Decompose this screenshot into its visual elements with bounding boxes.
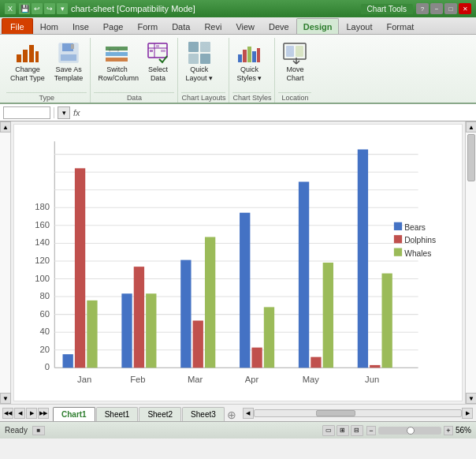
zoom-area: − + 56%	[366, 426, 471, 435]
sheet-tab-sheet1[interactable]: Sheet1	[96, 407, 139, 421]
svg-rect-80	[394, 235, 402, 243]
svg-rect-62	[180, 260, 191, 368]
svg-text:140: 140	[35, 237, 50, 247]
tab-layout[interactable]: Layout	[339, 18, 379, 34]
window-controls: ? − □ ✕	[416, 3, 471, 14]
zoom-slider[interactable]	[378, 427, 441, 435]
svg-rect-0	[17, 54, 21, 62]
tab-design[interactable]: Design	[296, 18, 340, 34]
tab-first-btn[interactable]: ◀◀	[2, 408, 13, 419]
close-btn[interactable]: ✕	[459, 3, 471, 14]
redo-icon[interactable]: ↪	[44, 3, 55, 14]
app-window: X 💾 ↩ ↪ ▾ chart-sheet [Compatibility Mod…	[0, 0, 476, 459]
svg-text:80: 80	[40, 291, 50, 300]
zoom-in-btn[interactable]: +	[444, 426, 453, 435]
tab-home[interactable]: Hom	[33, 18, 65, 34]
zoom-out-btn[interactable]: −	[366, 426, 376, 435]
ribbon-group-location: MoveChart Location	[275, 38, 314, 103]
move-chart-button[interactable]: MoveChart	[278, 38, 311, 85]
type-group-label: Type	[6, 92, 87, 103]
hor-scroll-right-btn[interactable]: ▶	[462, 408, 473, 419]
tab-view[interactable]: View	[229, 18, 262, 34]
svg-rect-59	[134, 267, 144, 368]
chart-container: 0 20 40 60 80 100 120 140 160 180	[13, 124, 463, 401]
save-quick-icon[interactable]: 💾	[19, 3, 30, 14]
svg-rect-18	[200, 42, 210, 52]
svg-text:Bears: Bears	[404, 223, 426, 232]
undo-icon[interactable]: ↩	[32, 3, 43, 14]
normal-view-btn[interactable]: ▭	[322, 425, 335, 436]
svg-rect-75	[370, 365, 380, 368]
scroll-top-btn[interactable]: ▲	[466, 121, 476, 132]
name-box[interactable]	[3, 106, 50, 119]
ribbon-group-type: ChangeChart Type Save AsTemplate Type	[3, 38, 91, 103]
scroll-down-btn[interactable]: ▼	[0, 393, 11, 404]
save-as-template-button[interactable]: Save AsTemplate	[50, 38, 87, 85]
tab-page[interactable]: Page	[96, 18, 131, 34]
svg-rect-78	[394, 222, 402, 230]
svg-text:20: 20	[40, 345, 50, 354]
formula-dropdown-btn[interactable]: ▾	[58, 106, 70, 119]
help-btn[interactable]: ?	[416, 3, 429, 14]
customize-icon[interactable]: ▾	[57, 3, 68, 14]
tab-prev-btn[interactable]: ◀	[14, 408, 25, 419]
sheet-tabs: Chart1 Sheet1 Sheet2 Sheet3 ⊕	[51, 405, 240, 421]
svg-rect-70	[299, 181, 309, 368]
page-break-btn[interactable]: ⊟	[351, 425, 363, 436]
macro-recorder-btn[interactable]: ■	[32, 426, 45, 435]
sheet-tab-chart1[interactable]: Chart1	[53, 407, 95, 421]
tab-last-btn[interactable]: ▶▶	[38, 408, 49, 419]
right-scroll-thumb[interactable]	[467, 134, 475, 181]
svg-rect-54	[63, 354, 73, 368]
window-title: chart-sheet [Compatibility Mode]	[71, 4, 195, 13]
add-sheet-btn[interactable]: ⊕	[225, 409, 238, 421]
change-chart-type-button[interactable]: ChangeChart Type	[6, 38, 49, 85]
quick-styles-button[interactable]: QuickStyles ▾	[232, 38, 266, 85]
scroll-up-btn[interactable]: ▲	[0, 121, 11, 132]
svg-text:Jan: Jan	[77, 375, 91, 384]
svg-text:May: May	[303, 375, 320, 384]
minimize-btn[interactable]: −	[430, 3, 443, 14]
tab-data[interactable]: Data	[165, 18, 197, 34]
svg-rect-72	[323, 263, 333, 368]
ribbon-group-chart-styles: QuickStyles ▾ Chart Styles	[229, 38, 275, 103]
svg-rect-74	[358, 149, 368, 368]
zoom-thumb	[407, 427, 415, 435]
move-chart-label: MoveChart	[286, 65, 303, 83]
svg-rect-10	[106, 58, 128, 62]
hor-scroll-thumb[interactable]	[316, 410, 355, 416]
tab-insert[interactable]: Inse	[65, 18, 96, 34]
maximize-btn[interactable]: □	[444, 3, 457, 14]
svg-rect-14	[150, 50, 153, 52]
switch-row-column-button[interactable]: SwitchRow/Column	[94, 38, 139, 85]
svg-rect-76	[381, 274, 392, 368]
tab-file[interactable]: File	[2, 18, 33, 34]
chart-tools-indicator: Chart Tools	[361, 4, 413, 14]
sheet-nav-btns: ◀◀ ◀ ▶ ▶▶	[0, 405, 51, 421]
sheet-tab-sheet3[interactable]: Sheet3	[182, 407, 225, 421]
switch-icon	[104, 40, 129, 65]
formula-input[interactable]	[84, 108, 473, 117]
quick-layout-button[interactable]: QuickLayout ▾	[181, 38, 217, 85]
svg-rect-55	[75, 168, 85, 368]
select-data-button[interactable]: SelectData	[141, 38, 174, 85]
svg-rect-58	[121, 293, 132, 368]
tab-formula[interactable]: Form	[130, 18, 165, 34]
move-chart-icon	[282, 40, 307, 65]
hor-scroll-left-btn[interactable]: ◀	[243, 408, 254, 419]
title-bar-right: Chart Tools ? − □ ✕	[361, 3, 471, 14]
fx-label: fx	[73, 108, 80, 118]
svg-rect-27	[286, 46, 294, 57]
tab-format[interactable]: Format	[379, 18, 421, 34]
tab-developer[interactable]: Deve	[262, 18, 296, 34]
scroll-bottom-btn[interactable]: ▼	[466, 393, 476, 404]
tab-next-btn[interactable]: ▶	[26, 408, 37, 419]
svg-rect-68	[264, 307, 274, 368]
svg-rect-20	[200, 54, 210, 64]
sheet-tab-sheet2[interactable]: Sheet2	[139, 407, 181, 421]
tab-review[interactable]: Revi	[197, 18, 229, 34]
svg-text:Apr: Apr	[245, 375, 259, 384]
svg-rect-64	[205, 237, 215, 368]
page-layout-btn[interactable]: ⊞	[337, 425, 349, 436]
chart-styles-group-label: Chart Styles	[232, 92, 271, 103]
